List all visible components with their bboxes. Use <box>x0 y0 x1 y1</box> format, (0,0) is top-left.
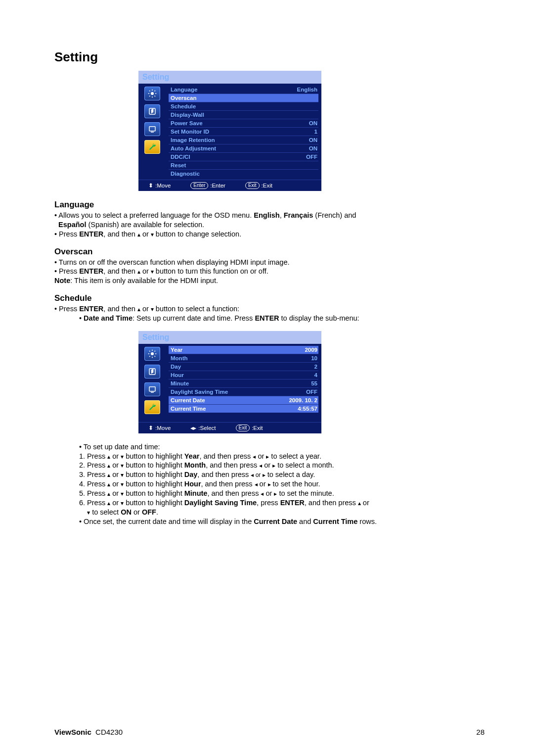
osd-row: Current Time4:55:57 <box>169 404 318 413</box>
osd-row-value: 2 <box>314 364 317 370</box>
osd-footer-move: ⬍ :Move <box>148 425 171 431</box>
osd-row-value: ON <box>309 145 317 151</box>
step-6: 6. Press ▴ or ▾ button to highlight Dayl… <box>79 498 485 517</box>
osd-row-value: ON <box>309 137 317 143</box>
osd-row-label: Reset <box>171 162 186 168</box>
screen-icon <box>144 382 160 396</box>
osd-row-label: Minute <box>171 380 189 386</box>
steps-intro: • To set up date and time: <box>79 442 485 452</box>
osd-row-label: Month <box>171 355 187 361</box>
osd-row-value: 2009 <box>305 347 317 353</box>
osd-row: Auto AdjustmentON <box>169 144 318 152</box>
wrench-icon <box>144 140 160 154</box>
osd-row-label: Power Save <box>171 120 203 126</box>
svg-line-17 <box>149 351 150 352</box>
osd-row: DDC/CIOFF <box>169 152 318 161</box>
svg-line-5 <box>149 91 150 92</box>
osd-row: Minute55 <box>169 379 318 387</box>
osd-row-value: OFF <box>306 389 317 395</box>
audio-icon <box>144 104 160 118</box>
osd-row-label: Overscan <box>171 95 196 101</box>
osd-row: Current Date2009. 10. 2 <box>169 396 318 404</box>
overscan-press: • Press ENTER, and then ▴ or ▾ button to… <box>54 267 485 276</box>
osd-row-value: 55 <box>311 380 317 386</box>
svg-line-7 <box>149 96 150 97</box>
osd-row-label: Current Time <box>171 406 206 412</box>
osd-datetime-screenshot: Setting Year2009Month10Day2Hour4Minute55… <box>138 331 321 433</box>
osd-row-value: 1 <box>314 129 317 135</box>
osd-row-label: Daylight Saving Time <box>171 389 228 395</box>
osd-row: Reset <box>169 161 318 169</box>
osd-row: LanguageEnglish <box>169 86 318 94</box>
osd-row-label: Hour <box>171 372 184 378</box>
osd-row: Day2 <box>169 362 318 371</box>
overscan-note: Note: This item is only available for th… <box>54 276 485 285</box>
schedule-final: • Once set, the current date and time wi… <box>79 517 485 526</box>
osd-row-label: Auto Adjustment <box>171 145 216 151</box>
step-1: 1. Press ▴ or ▾ button to highlight Year… <box>79 452 485 461</box>
svg-line-8 <box>154 91 155 92</box>
osd-row-value: ON <box>309 120 317 126</box>
osd-row: Daylight Saving TimeOFF <box>169 387 318 396</box>
osd-row-value: 10 <box>311 355 317 361</box>
heading-language: Language <box>54 200 485 210</box>
osd-footer-exit: Exit :Exit <box>236 425 263 431</box>
osd-row: Power SaveON <box>169 119 318 127</box>
svg-line-19 <box>149 356 150 357</box>
language-desc: • Allows you to select a preferred langu… <box>54 211 485 230</box>
brightness-icon <box>144 347 160 361</box>
osd-footer-enter: Enter :Enter <box>190 182 225 189</box>
schedule-datetime: • Date and Time: Sets up current date an… <box>79 314 485 323</box>
svg-rect-22 <box>149 387 155 391</box>
svg-line-18 <box>154 356 155 357</box>
osd-row-label: Schedule <box>171 103 196 109</box>
heading-schedule: Schedule <box>54 293 485 303</box>
step-3: 3. Press ▴ or ▾ button to highlight Day,… <box>79 470 485 479</box>
osd-row-label: Image Retention <box>171 137 215 143</box>
svg-point-12 <box>151 352 154 355</box>
page-title: Setting <box>54 49 485 65</box>
osd-setting-screenshot: Setting LanguageEnglishOverscanScheduleD… <box>138 71 321 191</box>
osd-row-label: Display-Wall <box>171 112 204 118</box>
step-5: 5. Press ▴ or ▾ button to highlight Minu… <box>79 489 485 498</box>
svg-point-0 <box>151 92 154 95</box>
osd-row: Image RetentionON <box>169 136 318 144</box>
osd-row-label: Set Monitor ID <box>171 129 209 135</box>
wrench-icon <box>144 400 160 414</box>
osd-row: Hour4 <box>169 371 318 379</box>
osd-title: Setting <box>138 331 321 344</box>
osd-row-label: Diagnostic <box>171 171 200 177</box>
osd-row-label: Current Date <box>171 397 205 403</box>
svg-rect-10 <box>149 127 155 131</box>
osd-row-value: 4:55:57 <box>298 406 317 412</box>
screen-icon <box>144 122 160 136</box>
osd-row-value: English <box>297 87 317 93</box>
osd-title: Setting <box>138 71 321 84</box>
language-press: • Press ENTER, and then ▴ or ▾ button to… <box>54 230 485 239</box>
osd-row-value: 4 <box>314 372 317 378</box>
osd-row: Diagnostic <box>169 169 318 178</box>
osd-row-label: Day <box>171 364 181 370</box>
osd-row: Year2009 <box>169 346 318 354</box>
osd-footer-select: ◂▸ :Select <box>190 425 216 431</box>
osd-row: Schedule <box>169 102 318 110</box>
brightness-icon <box>144 87 160 100</box>
heading-overscan: Overscan <box>54 247 485 257</box>
page-footer: ViewSonic CD4230 28 <box>54 728 485 736</box>
osd-row-label: Year <box>171 347 182 353</box>
osd-row-label: DDC/CI <box>171 154 190 160</box>
osd-row: Display-Wall <box>169 110 318 119</box>
osd-row: Set Monitor ID1 <box>169 127 318 136</box>
overscan-desc: • Turns on or off the overscan function … <box>54 258 485 267</box>
step-4: 4. Press ▴ or ▾ button to highlight Hour… <box>79 479 485 489</box>
osd-row: Month10 <box>169 354 318 362</box>
osd-row: Overscan <box>169 94 318 102</box>
osd-row-value: OFF <box>306 154 317 160</box>
osd-row-label: Language <box>171 87 197 93</box>
audio-icon <box>144 365 160 378</box>
osd-footer-exit: Exit :Exit <box>245 182 272 189</box>
osd-footer-move: ⬍ :Move <box>148 182 171 189</box>
step-2: 2. Press ▴ or ▾ button to highlight Mont… <box>79 461 485 470</box>
schedule-press: • Press ENTER, and then ▴ or ▾ button to… <box>54 304 485 314</box>
svg-line-6 <box>154 96 155 97</box>
